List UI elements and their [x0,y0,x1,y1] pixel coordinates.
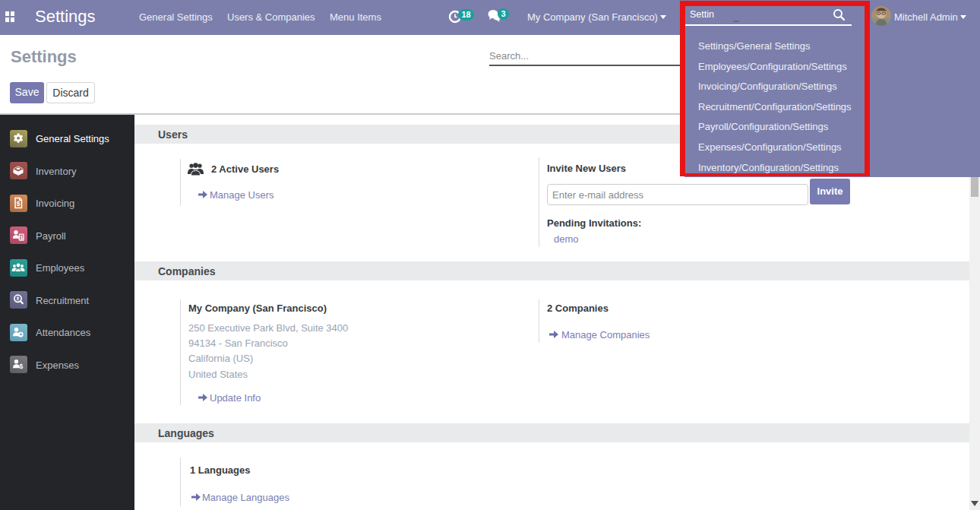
svg-text:$: $ [17,199,21,207]
svg-text:$: $ [19,363,23,370]
svg-text:$: $ [20,235,23,241]
